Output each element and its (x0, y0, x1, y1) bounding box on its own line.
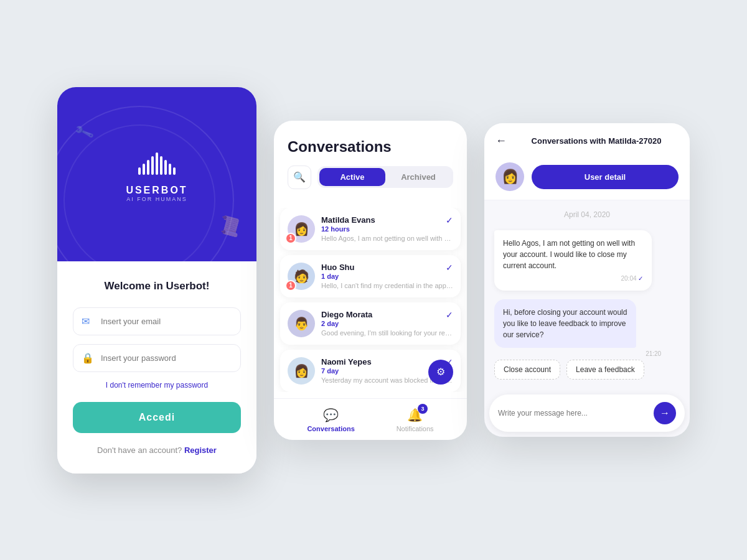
check-icon: ✓ (446, 310, 453, 320)
check-icon: ✓ (446, 215, 453, 225)
chat-title: Conversations with Matilda-27020 (514, 136, 679, 146)
lock-icon: 🔒 (82, 352, 94, 364)
bottom-nav: 💬 Conversations 🔔 3 Notifications (274, 398, 467, 440)
msg-out-time: 21:20 (494, 350, 661, 357)
conv-time: 12 hours (321, 225, 453, 233)
conv-preview: Good evening, I'm still looking for your… (321, 329, 453, 337)
email-group: ✉ (73, 307, 241, 335)
list-item[interactable]: 🧑 1 Huo Shu ✓ 1 day Hello, I can't find … (280, 255, 461, 297)
search-tabs-row: 🔍 Active Archived (288, 166, 453, 189)
password-group: 🔒 (73, 344, 241, 372)
conv-name: Huo Shu (321, 263, 354, 272)
chat-user-row: 👩 User detail (484, 156, 690, 200)
logo-icon (138, 152, 176, 175)
chat-input-row: → (489, 394, 685, 432)
unread-badge: 1 (285, 280, 296, 291)
search-icon: 🔍 (293, 171, 306, 183)
conversations-title: Conversations (288, 138, 453, 156)
email-icon: ✉ (82, 315, 90, 327)
forgot-link[interactable]: I don't remember my password (73, 381, 241, 390)
logo-bars (138, 152, 176, 175)
conversations-top: Conversations 🔍 Active Archived (274, 121, 467, 208)
login-button[interactable]: Accedi (73, 402, 241, 433)
msg-in-time: 20:04 ✓ (503, 274, 643, 283)
nav-notifications[interactable]: 🔔 3 Notifications (397, 408, 434, 432)
avatar: 👨 (288, 310, 315, 337)
avatar: 👩 (288, 357, 315, 385)
conversation-list: 👩 1 Matilda Evans ✓ 12 hours Hello Agos,… (274, 208, 467, 392)
send-button[interactable]: → (654, 402, 676, 424)
conversations-icon: 💬 (323, 408, 339, 422)
leave-feedback-button[interactable]: Leave a feedback (566, 360, 644, 380)
notifications-badge: 3 (418, 404, 428, 414)
conv-time: 2 day (321, 320, 453, 327)
chat-body: April 04, 2020 Hello Agos, I am not gett… (484, 200, 690, 390)
conversations-panel: Conversations 🔍 Active Archived 👩 1 (274, 121, 467, 440)
search-button[interactable]: 🔍 (288, 166, 311, 189)
msg-out-text: Hi, before closing your account would yo… (503, 308, 627, 339)
nav-notifications-label: Notifications (397, 425, 434, 432)
register-prompt: Don't have an account? (97, 446, 182, 455)
conv-content: Matilda Evans ✓ 12 hours Hello Agos, I a… (321, 215, 453, 242)
chat-input[interactable] (498, 409, 647, 418)
brand-sub: AI FOR HUMANS (126, 196, 187, 202)
nav-conversations-label: Conversations (307, 425, 354, 432)
delivered-icon: ✓ (638, 275, 643, 282)
brand-name: USERBOT (126, 185, 187, 196)
close-account-button[interactable]: Close account (494, 360, 560, 380)
conv-time: 1 day (321, 273, 453, 280)
msg-out-group: Hi, before closing your account would yo… (494, 299, 661, 380)
password-field[interactable] (73, 344, 241, 372)
filter-fab-button[interactable]: ⚙ (428, 360, 453, 385)
list-item[interactable]: 👩 1 Matilda Evans ✓ 12 hours Hello Agos,… (280, 208, 461, 250)
list-item[interactable]: 👩 Naomi Yepes ✓ 7 day Yesterday my accou… (280, 350, 461, 392)
notifications-icon: 🔔 3 (407, 408, 423, 422)
check-icon: ✓ (446, 263, 453, 273)
avatar-wrap: 🧑 1 (288, 263, 315, 290)
chat-date: April 04, 2020 (494, 210, 680, 219)
conv-preview: Hello, I can't find my credential in the… (321, 282, 453, 289)
login-header: 🔧 📜 USERBOT AI FOR HUMANS (57, 87, 256, 261)
message-outgoing: Hi, before closing your account would yo… (494, 299, 636, 348)
scroll-icon: 📜 (217, 213, 243, 239)
conv-preview: Hello Agos, I am not getting on well wit… (321, 235, 453, 242)
tab-active[interactable]: Active (319, 168, 385, 186)
tabs-container: Active Archived (317, 166, 453, 188)
conv-name: Diego Morata (321, 310, 372, 319)
register-link[interactable]: Register (184, 446, 217, 455)
avatar-wrap: 👩 (288, 357, 315, 385)
conv-name: Naomi Yepes (321, 357, 372, 366)
chat-header: ← Conversations with Matilda-27020 (484, 123, 690, 156)
chat-avatar: 👩 (496, 162, 524, 191)
login-panel: 🔧 📜 USERBOT AI FOR HUMANS (57, 87, 256, 474)
wrench-icon: 🔧 (73, 122, 95, 143)
conv-name: Matilda Evans (321, 215, 375, 225)
nav-conversations[interactable]: 💬 Conversations (307, 408, 354, 432)
register-text: Don't have an account? Register (73, 446, 241, 455)
avatar-wrap: 👨 (288, 310, 315, 337)
tab-archived[interactable]: Archived (385, 168, 451, 186)
msg-in-text: Hello Agos, I am not getting on well wit… (503, 239, 635, 270)
conv-content: Diego Morata ✓ 2 day Good evening, I'm s… (321, 310, 453, 337)
email-field[interactable] (73, 307, 241, 335)
back-button[interactable]: ← (496, 134, 507, 147)
message-incoming: Hello Agos, I am not getting on well wit… (494, 230, 652, 291)
send-icon: → (660, 408, 670, 419)
user-detail-button[interactable]: User detail (532, 165, 679, 189)
conv-content: Huo Shu ✓ 1 day Hello, I can't find my c… (321, 263, 453, 289)
filter-icon: ⚙ (436, 366, 445, 378)
chat-panel: ← Conversations with Matilda-27020 👩 Use… (484, 123, 690, 437)
unread-badge: 1 (285, 233, 296, 244)
avatar-wrap: 👩 1 (288, 215, 315, 243)
list-item[interactable]: 👨 Diego Morata ✓ 2 day Good evening, I'm… (280, 302, 461, 345)
action-buttons: Close account Leave a feedback (494, 360, 661, 380)
